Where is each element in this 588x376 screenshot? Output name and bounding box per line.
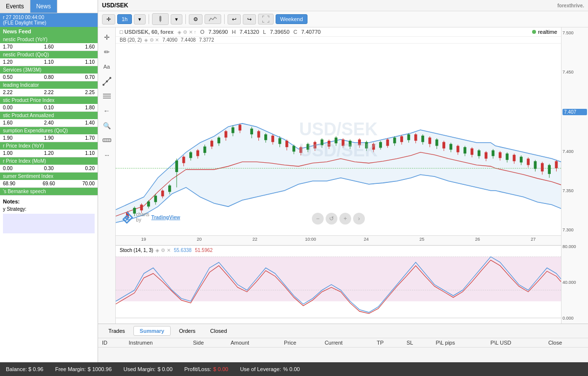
news-item-10: 's Bernanke speech	[0, 188, 98, 196]
candlestick-btn[interactable]	[152, 13, 169, 25]
bb-val1: 7.4090	[162, 37, 178, 43]
svg-rect-88	[386, 140, 389, 146]
news-item-7: r Price Index (YoY) 1.00 1.20 1.10	[0, 142, 98, 157]
fullscreen-btn[interactable]	[258, 14, 274, 25]
realtime-indicator: realtime	[532, 29, 557, 35]
chart-type-dropdown-btn[interactable]: ▾	[171, 14, 182, 25]
svg-rect-92	[400, 136, 403, 142]
chart-header: USD/SEK forexthrive.	[98, 0, 588, 11]
status-balance: Balance: $ 0.96	[6, 366, 43, 372]
status-used-margin: Used Margin: $ 0.00	[124, 366, 173, 372]
nav-reset-btn[interactable]: ↺	[326, 213, 337, 225]
xaxis-label-5: 25	[394, 237, 450, 244]
notes-title: Notes:	[3, 199, 95, 204]
svg-rect-84	[372, 144, 375, 150]
timeframe-btn[interactable]: 1h	[117, 14, 132, 24]
weekend-btn[interactable]: Weekend	[276, 14, 307, 24]
sidebar-datetime: r 27 2010 00:44:00 (FLE Daylight Time)	[0, 13, 98, 27]
chart-symbol-info: □ USD/SEK, 60, forex	[120, 29, 174, 35]
bb-val2: 7.4408	[181, 37, 196, 43]
tb-sep-3	[224, 14, 225, 24]
svg-rect-132	[541, 163, 544, 172]
status-leverage: Use of Leverage: % 0.00	[240, 366, 300, 372]
tab-summary[interactable]: Summary	[133, 326, 171, 336]
tab-news[interactable]: News	[30, 0, 57, 13]
tab-orders[interactable]: Orders	[173, 326, 202, 336]
strategy-input[interactable]	[3, 214, 95, 233]
stoch-level-2: 0.000	[562, 316, 587, 321]
undo-btn[interactable]: ↩	[228, 14, 241, 25]
nav-right-btn[interactable]: ›	[353, 213, 365, 225]
chart-symbol: USD/SEK	[102, 2, 128, 9]
stochastic-chart: Stoch (14, 1, 3) ◈ ⚙ ✕ 55.6338 51.5962	[116, 245, 561, 324]
back-tool[interactable]: ←	[101, 105, 113, 117]
svg-rect-100	[429, 138, 432, 144]
text-tool[interactable]: Aa	[101, 61, 113, 73]
tab-events[interactable]: Events	[0, 0, 30, 13]
svg-rect-86	[379, 142, 382, 148]
tradingview-link[interactable]: TradingView	[152, 215, 180, 220]
timeframe-dropdown-btn[interactable]: ▾	[134, 14, 146, 25]
redo-btn[interactable]: ↪	[243, 14, 256, 25]
price-level-1: 7.450	[562, 70, 587, 75]
col-pl-usd: P\L USD	[486, 338, 544, 348]
crosshair-tool-btn[interactable]: ✛	[102, 14, 115, 25]
svg-rect-114	[478, 150, 481, 156]
col-tp: TP	[373, 338, 403, 348]
zoom-tool[interactable]: 🔍	[101, 120, 113, 131]
svg-rect-68	[313, 142, 316, 149]
svg-rect-44	[225, 131, 228, 138]
open-label: O	[200, 29, 205, 35]
svg-rect-62	[292, 146, 295, 152]
high-value: 7.41320	[240, 29, 259, 35]
svg-rect-34	[189, 152, 192, 158]
more-tools[interactable]: ···	[101, 149, 113, 161]
sidebar: Events News r 27 2010 00:44:00 (FLE Dayl…	[0, 0, 98, 362]
stoch-level-0: 80.000	[562, 244, 587, 249]
svg-rect-118	[492, 150, 495, 156]
bb-val3: 7.3772	[199, 37, 214, 43]
crosshair-tool[interactable]: ✛	[101, 31, 113, 43]
bottom-tabs: Trades Summary Orders Closed ID Instrume…	[98, 324, 588, 362]
col-side: Side	[189, 338, 227, 348]
trades-table-container: ID Instrumen Side Amount Price Current T…	[98, 338, 588, 362]
nav-minus-btn[interactable]: −	[312, 213, 324, 225]
svg-rect-98	[421, 136, 424, 142]
svg-rect-82	[365, 142, 368, 149]
main-chart-area: USD/SEK forexthrive. ✛ 1h ▾ ▾ ⚙ ↩ ↪ Week	[98, 0, 588, 362]
chart-canvas-area: ✛ ✏ Aa ← 🔍 ···	[98, 27, 588, 324]
strategy-label: y Strategy:	[3, 206, 95, 212]
news-item-1: nestic Product (QoQ) 1.20 1.10 1.10	[0, 51, 98, 66]
realtime-dot	[532, 30, 536, 34]
nav-controls: − ↺ + ›	[312, 213, 365, 225]
fibonacci-tool[interactable]	[101, 75, 113, 87]
lines-tool[interactable]	[101, 90, 113, 102]
svg-rect-74	[334, 138, 337, 144]
low-label: L	[263, 29, 266, 35]
tab-closed[interactable]: Closed	[204, 326, 233, 336]
status-bar: Balance: $ 0.96 Free Margin: $ 1000.96 U…	[0, 362, 588, 376]
candlestick-chart[interactable]: USD/SEKUSD/SEK	[116, 44, 561, 235]
news-item-4: stic Product Price Index 0.00 0.10 1.80	[0, 97, 98, 112]
pen-tool[interactable]: ✏	[101, 46, 113, 58]
indicators-btn[interactable]	[205, 14, 221, 24]
news-item-8: r Price Index (MoM) 0.00 0.30 0.20	[0, 157, 98, 173]
svg-rect-96	[414, 134, 417, 141]
settings-btn[interactable]: ⚙	[189, 14, 203, 25]
xaxis: 19 20 22 10:00 24 25 26 27	[116, 235, 561, 245]
svg-rect-108	[457, 146, 460, 152]
col-current: Current	[321, 338, 373, 348]
xaxis-label-1: 20	[172, 237, 228, 244]
svg-point-6	[109, 77, 111, 79]
svg-rect-24	[154, 196, 157, 202]
svg-rect-58	[279, 138, 281, 144]
svg-rect-126	[520, 157, 523, 163]
measure-tool[interactable]	[101, 134, 113, 146]
tradingview-attribution: charts by TradingView	[120, 210, 180, 225]
stoch-svg	[116, 246, 561, 324]
chart-info-bar: □ USD/SEK, 60, forex ◈ ⚙ ✕ ↑ O 7.39690 H…	[116, 27, 561, 37]
news-item-9: sumer Sentiment Index 68.90 69.60 70.00	[0, 173, 98, 188]
nav-plus-btn[interactable]: +	[339, 213, 351, 225]
svg-rect-137	[116, 257, 561, 301]
tab-trades[interactable]: Trades	[102, 326, 131, 336]
